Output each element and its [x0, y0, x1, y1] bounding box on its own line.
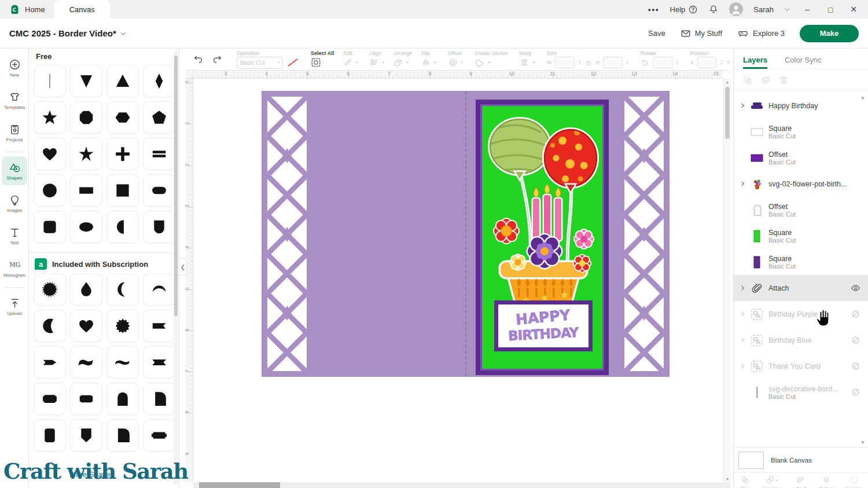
blank-canvas-row[interactable]: Blank Canvas	[734, 447, 868, 472]
free-shape-pill[interactable]	[143, 174, 175, 207]
layer-expand-chevron-icon[interactable]	[740, 311, 745, 317]
create-sticker-icon[interactable]	[475, 58, 484, 68]
card-green-panel[interactable]: HAPPY BIRTHDAY	[476, 100, 609, 375]
tab-color-sync[interactable]: Color Sync	[785, 56, 822, 69]
undo-icon[interactable]	[193, 54, 204, 65]
subscription-shape-arc[interactable]	[143, 273, 175, 306]
help-menu[interactable]: Help	[670, 5, 698, 14]
width-input[interactable]	[555, 57, 575, 68]
design-canvas[interactable]: HAPPY BIRTHDAY − 125% +	[193, 79, 723, 482]
group-layers-icon[interactable]	[743, 75, 753, 85]
operation-color-swatch-icon[interactable]	[286, 57, 299, 68]
layer-row-birthday-purple[interactable]: Birthday Purple	[734, 301, 868, 327]
contour-action-button[interactable]: Contour	[845, 475, 863, 488]
subscription-shape-crescent-open[interactable]	[34, 310, 66, 342]
subscription-shape-pennant[interactable]	[34, 346, 66, 379]
rotate-input[interactable]	[653, 57, 672, 68]
delete-layer-icon[interactable]	[779, 75, 789, 85]
sidebar-item-templates[interactable]: Templates	[2, 86, 27, 115]
layer-visibility-eye-icon[interactable]	[851, 283, 860, 293]
free-shape-u-shape[interactable]	[143, 211, 175, 243]
edit-pencil-icon[interactable]	[343, 58, 352, 67]
tab-layers[interactable]: Layers	[743, 56, 767, 69]
layer-expand-chevron-icon[interactable]	[740, 102, 745, 109]
arrange-icon[interactable]	[393, 58, 403, 67]
free-shape-circle[interactable]	[34, 174, 66, 207]
layer-expand-chevron-icon[interactable]	[740, 285, 745, 291]
sidebar-item-new[interactable]: New	[2, 53, 27, 82]
free-shape-triangle[interactable]	[106, 65, 139, 97]
collapse-panel-button[interactable]: ❮	[179, 258, 187, 276]
subscription-shape-shield[interactable]	[70, 419, 102, 452]
free-shape-octagon[interactable]	[70, 101, 102, 134]
free-shape-triangle-down[interactable]	[70, 65, 102, 97]
layer-row-svg-02-flower-pot-birth[interactable]: svg-02-flower-pot-birth...	[734, 171, 868, 197]
free-shape-ellipse[interactable]	[70, 211, 102, 243]
user-name[interactable]: Sarah	[753, 5, 774, 14]
subscription-shape-arch[interactable]	[106, 383, 139, 415]
subscription-shape-wave-ribbon[interactable]	[106, 346, 139, 379]
layer-hidden-eye-icon[interactable]	[851, 335, 860, 345]
scroll-up-arrow[interactable]: ▲	[724, 80, 731, 84]
free-shape-heart[interactable]	[34, 138, 66, 170]
layer-hidden-eye-icon[interactable]	[851, 387, 860, 397]
free-shape-pentagon[interactable]	[143, 101, 175, 134]
subscription-shape-rounded-corner-rectangle[interactable]	[106, 419, 139, 452]
canvas-horizontal-scrollbar[interactable]	[193, 482, 730, 488]
shapes-panel-scrollbar[interactable]	[174, 51, 178, 485]
subscription-shape-ribbon[interactable]	[143, 310, 175, 342]
subscription-shape-rounded-top-rectangle[interactable]	[143, 383, 175, 415]
canvas-horizontal-scrollbar-thumb[interactable]	[199, 482, 280, 488]
save-button[interactable]: Save	[648, 29, 665, 38]
position-x-input[interactable]	[697, 57, 717, 68]
subscription-shape-starburst[interactable]	[106, 310, 139, 342]
scroll-down-arrow[interactable]: ▼	[724, 477, 731, 481]
minimize-button[interactable]: –	[801, 5, 814, 14]
layer-expand-chevron-icon[interactable]	[740, 337, 745, 343]
my-stuff-button[interactable]: My Stuff	[681, 28, 722, 39]
sidebar-item-monogram[interactable]: MGMonogram	[2, 254, 27, 282]
layer-row-offset[interactable]: OffsetBasic Cut	[734, 197, 868, 223]
size-lock-icon[interactable]	[584, 59, 592, 67]
birthday-flower-pot-sticker[interactable]	[484, 111, 602, 310]
free-shape-line[interactable]	[34, 65, 66, 97]
layer-row-attach[interactable]: Attach	[734, 275, 868, 301]
layer-row-square[interactable]: SquareBasic Cut	[734, 249, 868, 275]
free-shape-plus[interactable]	[106, 138, 139, 170]
combine-action-button[interactable]: ▾Combine	[762, 475, 781, 488]
free-shape-equals[interactable]	[143, 138, 175, 170]
user-avatar[interactable]	[729, 2, 743, 16]
subscription-shape-scalloped-circle[interactable]	[34, 273, 66, 306]
sidebar-item-projects[interactable]: Projects	[2, 118, 27, 147]
layer-expand-chevron-icon[interactable]	[740, 363, 745, 369]
subscription-shape-wave-banner[interactable]	[70, 346, 102, 379]
sidebar-item-shapes[interactable]: Shapes	[2, 156, 27, 185]
sidebar-item-images[interactable]: Images	[2, 189, 27, 218]
free-shape-hexagon[interactable]	[106, 101, 139, 134]
sidebar-item-text[interactable]: Text	[2, 221, 27, 250]
subscription-shape-ticket[interactable]	[143, 419, 175, 452]
layer-row-square[interactable]: SquareBasic Cut	[734, 119, 868, 145]
layer-hidden-eye-icon[interactable]	[851, 309, 860, 319]
subscription-shape-tag[interactable]	[34, 419, 66, 452]
attach-action-button[interactable]: Attach	[793, 475, 807, 488]
free-shape-star[interactable]	[34, 101, 66, 134]
close-button[interactable]: ✕	[847, 5, 860, 14]
card-project-artwork[interactable]: HAPPY BIRTHDAY	[262, 91, 670, 377]
subscription-shape-crescent[interactable]	[106, 273, 139, 306]
free-shape-square[interactable]	[106, 174, 139, 207]
free-shape-half-circle[interactable]	[106, 211, 139, 243]
subscription-shape-notched-rounded-rectangle[interactable]	[70, 383, 102, 415]
layers-scroll-up-icon[interactable]: ▲	[860, 95, 865, 100]
slice-action-button[interactable]: Slice	[740, 475, 750, 488]
canvas-vertical-scrollbar-thumb[interactable]	[725, 87, 730, 139]
notifications-bell-icon[interactable]	[708, 4, 719, 14]
layer-row-thank-you-card[interactable]: Thank You Card	[734, 353, 868, 379]
subscription-shape-notched-rectangle[interactable]	[34, 383, 66, 415]
align-icon[interactable]	[370, 58, 379, 67]
home-tab[interactable]: Home	[0, 0, 54, 19]
layer-row-offset[interactable]: OffsetBasic Cut	[734, 145, 868, 171]
sidebar-item-upload[interactable]: Upload	[2, 292, 27, 321]
canvas-vertical-scrollbar[interactable]: ▲ ▼	[723, 79, 730, 482]
layer-row-svg-decorative-bord[interactable]: svg-decorative-bord...Basic Cut	[734, 379, 868, 405]
